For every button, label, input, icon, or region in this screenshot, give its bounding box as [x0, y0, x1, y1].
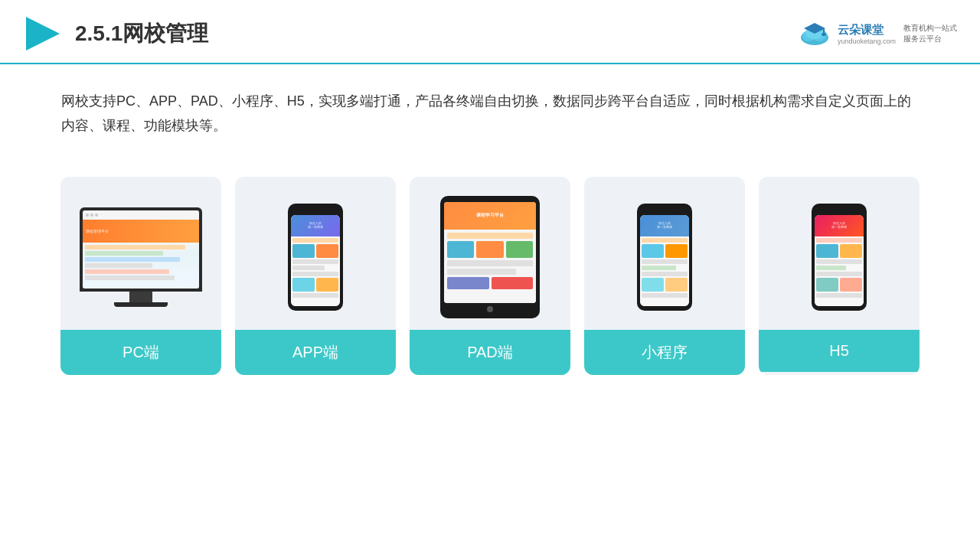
header: 2.5.1网校管理 云朵课堂 yunduoketang.com 教育机构一站式服…: [0, 0, 980, 64]
card-app: 职达人的第一堂网课: [235, 177, 396, 375]
phone-screen-mini: 职达人的第一堂网课: [640, 215, 689, 306]
header-left: 2.5.1网校管理: [23, 14, 208, 54]
phone-screen-app: 职达人的第一堂网课: [291, 215, 340, 306]
brand-logo-icon: [796, 21, 833, 47]
phone-body-app: 职达人的第一堂网课: [288, 204, 343, 311]
card-miniprogram: 职达人的第一堂网课: [584, 177, 745, 375]
svg-marker-0: [26, 17, 60, 51]
card-app-label: APP端: [235, 330, 396, 375]
play-icon: [23, 14, 63, 54]
card-pc-image: 课程管理平台: [60, 177, 221, 330]
cards-container: 课程管理平台: [0, 154, 980, 398]
card-app-image: 职达人的第一堂网课: [235, 177, 396, 330]
page-title: 2.5.1网校管理: [75, 19, 208, 48]
card-pad-label: PAD端: [410, 330, 570, 375]
card-miniprogram-image: 职达人的第一堂网课: [584, 177, 745, 330]
monitor-stand: [129, 292, 152, 302]
card-pad-image: 课程学习平台: [410, 177, 570, 330]
logo-cloud: 云朵课堂 yunduoketang.com 教育机构一站式服务云平台: [796, 21, 957, 47]
monitor-mockup: 课程管理平台: [80, 207, 202, 307]
description-text: 网校支持PC、APP、PAD、小程序、H5，实现多端打通，产品各终端自由切换，数…: [0, 64, 980, 154]
tablet-body: 课程学习平台: [440, 196, 540, 318]
card-h5: 职达人的第一堂网课: [759, 177, 920, 375]
logo-tagline: 教育机构一站式服务云平台: [903, 23, 957, 44]
card-h5-image: 职达人的第一堂网课: [759, 177, 920, 330]
card-h5-label: H5: [759, 330, 920, 372]
phone-screen-h5: 职达人的第一堂网课: [815, 215, 864, 306]
tablet-mockup: 课程学习平台: [440, 196, 540, 318]
monitor-screen: 课程管理平台: [83, 210, 199, 289]
phone-mockup-mini: 职达人的第一堂网课: [637, 204, 692, 311]
brand-name: 云朵课堂 yunduoketang.com: [838, 23, 896, 45]
card-pad: 课程学习平台: [410, 177, 570, 375]
phone-body-h5: 职达人的第一堂网课: [812, 204, 867, 311]
phone-mockup-h5: 职达人的第一堂网课: [812, 204, 867, 311]
card-miniprogram-label: 小程序: [584, 330, 745, 375]
phone-mockup-app: 职达人的第一堂网课: [288, 204, 343, 311]
monitor-body: 课程管理平台: [80, 207, 202, 292]
svg-point-7: [822, 33, 826, 36]
monitor-base: [114, 302, 168, 307]
logo-area: 云朵课堂 yunduoketang.com 教育机构一站式服务云平台: [796, 21, 957, 47]
tablet-screen: 课程学习平台: [444, 202, 536, 303]
card-pc-label: PC端: [60, 330, 221, 375]
phone-body-mini: 职达人的第一堂网课: [637, 204, 692, 311]
card-pc: 课程管理平台: [60, 177, 221, 375]
